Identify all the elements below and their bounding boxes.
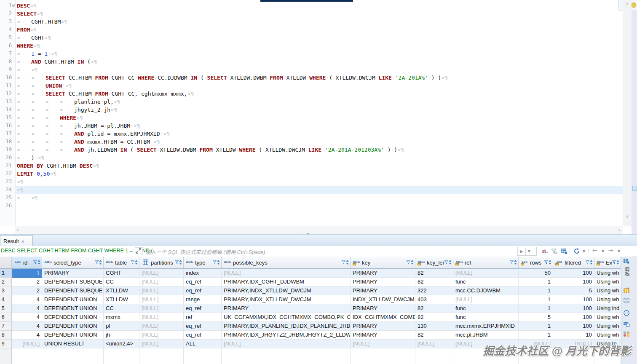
next-dropdown-icon[interactable]: ▼ xyxy=(618,249,620,253)
close-icon[interactable]: × xyxy=(21,239,24,244)
grid-cell[interactable]: PRIMARY,INDX_XTLLDW_DWCJM xyxy=(222,286,351,295)
grid-cell[interactable]: 5 xyxy=(553,286,594,295)
grid-cell[interactable]: 4 xyxy=(12,295,42,304)
panel-grid-icon[interactable] xyxy=(623,258,630,265)
sort-icon[interactable] xyxy=(616,260,619,266)
grid-cell[interactable]: [NULL] xyxy=(139,340,184,348)
grid-cell[interactable]: eq_ref xyxy=(184,304,222,313)
grid-cell[interactable]: Using wh xyxy=(594,295,621,304)
code-line-26[interactable]: 26 xyxy=(0,202,623,210)
grid-cell[interactable]: CGHT xyxy=(104,269,139,278)
grid-cell[interactable]: XTLLDW xyxy=(104,286,139,295)
filters-icon[interactable] xyxy=(550,247,558,255)
grid-cell[interactable]: UNION RESULT xyxy=(42,340,104,348)
code-line-17[interactable]: 17»»»»AND·pl.id·=·mxmx.ERPJHMXID·¤¶ xyxy=(0,130,623,138)
grid-header-type[interactable]: ABCtype xyxy=(184,257,222,269)
code-line-8[interactable]: 8»AND·CGHT.HTBM·IN·(¤¶ xyxy=(0,58,623,66)
grid-cell[interactable]: [NULL] xyxy=(139,286,184,295)
sort-icon[interactable] xyxy=(179,260,182,266)
scroll-down-icon[interactable]: ∨ xyxy=(623,214,632,219)
sort-icon[interactable] xyxy=(590,260,593,266)
editor-horizontal-scrollbar[interactable]: ‹ › xyxy=(15,226,623,234)
grid-cell[interactable]: Using wh xyxy=(594,286,621,295)
code-line-24[interactable]: 24¤¶ xyxy=(0,186,623,194)
grid-cell[interactable]: func xyxy=(453,278,519,286)
grid-cell[interactable]: mcc.CC.DJDWBM xyxy=(453,286,519,295)
sort-icon[interactable] xyxy=(549,260,551,266)
fold-collapse-icon[interactable]: ⊖ xyxy=(11,1,15,9)
refresh-dropdown-icon[interactable]: ▼ xyxy=(583,249,585,253)
apply-filter-icon[interactable]: ▶ xyxy=(518,249,525,254)
filter-funnel-icon[interactable] xyxy=(586,260,589,266)
grid-cell[interactable]: DEPENDENT UNION xyxy=(42,313,104,322)
code-line-25[interactable]: 25»¤¶ xyxy=(0,194,623,202)
code-line-3[interactable]: 3»CGHT.HTBM¤¶ xyxy=(0,18,623,26)
grid-cell[interactable]: 5 xyxy=(519,313,553,322)
grid-cell[interactable]: PRIMARY,IDX_CGHT_DJDWBM xyxy=(222,278,351,286)
grid-cell[interactable]: 1 xyxy=(519,286,553,295)
sort-icon[interactable] xyxy=(217,260,220,266)
grid-header-possible_keys[interactable]: ABCpossible_keys xyxy=(222,257,351,269)
sort-icon[interactable] xyxy=(37,260,40,266)
metadata-panel-icon[interactable] xyxy=(623,297,630,304)
editor-vertical-scrollbar[interactable]: ∧ ∨ xyxy=(623,0,632,226)
sql-editor[interactable]: 1⊖DESC¤¶2SELECT¤¶3»CGHT.HTBM¤¶4FROM¤¶5»C… xyxy=(0,0,623,226)
grid-cell[interactable]: PRIMARY xyxy=(351,286,415,295)
sort-icon[interactable] xyxy=(99,260,102,266)
next-icon[interactable]: → xyxy=(608,247,613,254)
grid-header-id[interactable]: 123id xyxy=(12,257,42,269)
sort-icon[interactable] xyxy=(135,260,138,266)
sort-icon[interactable] xyxy=(514,260,517,266)
grid-cell[interactable]: Using wh xyxy=(594,269,621,278)
aggregate-panel-icon[interactable] xyxy=(623,331,630,337)
grid-cell[interactable]: PRIMARY xyxy=(351,304,415,313)
row-number[interactable]: 5 xyxy=(0,304,12,313)
grid-cell[interactable]: PRIMARY xyxy=(351,331,415,340)
grid-cell[interactable]: mxmx xyxy=(104,313,139,322)
grid-cell[interactable]: 1 xyxy=(519,322,553,331)
grid-cell[interactable]: [NULL] xyxy=(139,278,184,286)
grid-cell[interactable]: Using wh xyxy=(594,322,621,331)
grid-header-key_len[interactable]: ABCkey_len xyxy=(415,257,453,269)
grid-cell[interactable]: INDX_XTLLDW_DWCJM xyxy=(351,295,415,304)
grid-cell[interactable]: [NULL] xyxy=(415,340,453,348)
grid-cell[interactable]: [NULL] xyxy=(222,340,351,348)
sort-icon[interactable] xyxy=(411,260,414,266)
grid-cell[interactable]: [NULL] xyxy=(139,331,184,340)
grid-cell[interactable]: [NULL] xyxy=(351,340,415,348)
row-number[interactable]: 3 xyxy=(0,286,12,295)
code-line-15[interactable]: 15»»»WHERE¤¶ xyxy=(0,114,623,122)
grid-cell[interactable]: CC xyxy=(104,278,139,286)
sort-icon[interactable] xyxy=(449,260,452,266)
grid-cell[interactable]: 1 xyxy=(519,304,553,313)
grid-cell[interactable]: 4 xyxy=(12,331,42,340)
grid-cell[interactable]: 10 xyxy=(553,331,594,340)
grid-cell[interactable]: 322 xyxy=(415,286,453,295)
grid-cell[interactable]: 82 xyxy=(415,304,453,313)
filter-funnel-icon[interactable] xyxy=(444,260,448,266)
filter-funnel-icon[interactable] xyxy=(407,260,410,266)
grid-cell[interactable]: CC xyxy=(104,304,139,313)
grid-cell[interactable]: mcc.mxmx.ERPJHMXID xyxy=(453,322,519,331)
code-line-21[interactable]: 21ORDER·BY·CGHT.HTBM·DESC¤¶ xyxy=(0,162,623,170)
grid-cell[interactable]: 1 xyxy=(12,269,42,278)
grid-cell[interactable]: func xyxy=(453,313,519,322)
scroll-up-icon[interactable]: ∧ xyxy=(623,1,632,6)
grid-cell[interactable]: 100 xyxy=(553,322,594,331)
row-number[interactable]: 1 xyxy=(0,269,12,278)
grid-cell[interactable]: PRIMARY xyxy=(42,269,104,278)
grid-cell[interactable]: 100 xyxy=(553,269,594,278)
grid-cell[interactable]: 100 xyxy=(553,295,594,304)
grid-cell[interactable]: PRIMARY xyxy=(351,269,415,278)
filter-funnel-icon[interactable] xyxy=(175,260,179,266)
grid-cell[interactable]: [NULL] xyxy=(453,269,519,278)
filter-funnel-icon[interactable] xyxy=(33,260,37,266)
grid-cell[interactable]: 4 xyxy=(12,304,42,313)
grid-cell[interactable]: 2 xyxy=(12,278,42,286)
grid-cell[interactable]: mcc.pl.JHBM xyxy=(453,331,519,340)
grid-cell[interactable]: PRIMARY,INDX_XTLLDW_DWCJM xyxy=(222,295,351,304)
apply-filter-dropdown-icon[interactable]: ▼ xyxy=(526,249,533,253)
grid-cell[interactable]: 1 xyxy=(519,331,553,340)
grid-cell[interactable]: eq_ref xyxy=(184,331,222,340)
grid-cell[interactable]: [NULL] xyxy=(139,313,184,322)
